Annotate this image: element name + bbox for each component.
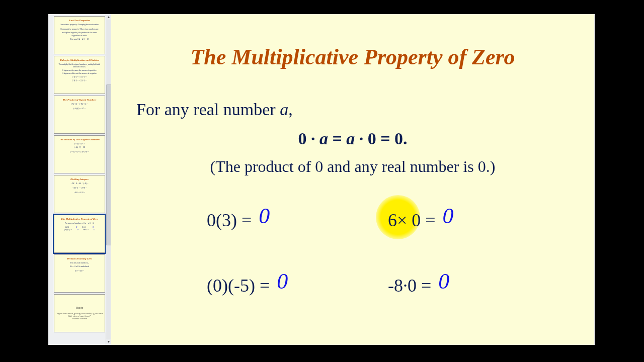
thumbnail-line: (−4)(−7) = 28 (74, 146, 85, 149)
thumbnail-line: (−7)·(−3) = (−2)·(−8) = (70, 151, 89, 153)
thumbnail-line: For any real number a, 0·a = a·0 = 0. (65, 222, 94, 225)
thumbnail-line: Commutative property: When two numbers a… (60, 28, 99, 31)
example-4-answer: 0 (438, 268, 449, 294)
example-3-expr: (0)(-5) = (207, 275, 270, 296)
examples-area: 0(3) = 0 6× 0 = 0 (0)(-5) = 0 -8·0 = 0 (131, 206, 574, 327)
thumbnail-title: Rules for Multiplication and Division (60, 59, 99, 62)
thumbnail-title: The Multiplicative Property of Zero (61, 218, 98, 221)
thumbnail-line: (7)(−3) = (−9)(−5) = (71, 103, 88, 106)
slide-thumbnail-1[interactable]: Last Two PropertiesAssociative property:… (54, 16, 105, 54)
example-2-answer: 0 (443, 203, 454, 229)
slide-thumbnail-5[interactable]: Dividing Integers−24 ÷ 6 = 40 ÷ (−8) =−1… (54, 175, 105, 213)
thumbnail-cell: 0 (77, 228, 78, 231)
slide-lead-text: For any real number a, (136, 100, 574, 119)
thumbnail-title: The Product of Signed Numbers (63, 99, 97, 102)
thumbnail-line: −18/−3 = −27/9 = (72, 187, 87, 190)
slide-thumbnail-8[interactable]: Quote"If you have much, give of your wea… (54, 294, 105, 332)
thumbnail-title: Quote (76, 306, 84, 310)
example-4: -8·0 = 0 (388, 272, 449, 297)
example-3-answer: 0 (277, 268, 288, 294)
lead-suffix: , (288, 100, 293, 119)
thumbnail-line: (−4)(6) = 4·7 = (73, 108, 86, 110)
thumbnail-line: For sum 3·4 = 4·3 = 12 (70, 38, 89, 41)
lead-variable: a (280, 100, 288, 119)
thumbnail-line: −24 ÷ 6 = 40 ÷ (−8) = (70, 183, 88, 185)
current-slide: The Multiplicative Property of Zero For … (111, 14, 594, 345)
thumbnail-line: If signs are the same the answer is posi… (62, 69, 97, 72)
thumbnail-title: Division Involving Zero (67, 257, 92, 260)
thumbnail-row: (0)(-5) =0-8·0 =0 (64, 228, 95, 231)
example-1-expr: 0(3) = (207, 210, 252, 231)
example-1: 0(3) = 0 (207, 206, 270, 232)
slide-thumbnail-3[interactable]: The Product of Signed Numbers(7)(−3) = (… (54, 96, 105, 134)
thumbnail-author: Arabian Proverb (72, 317, 87, 320)
thumbnail-line: multiplied together, the product is the … (62, 32, 97, 34)
slide-stage: The Multiplicative Property of Zero For … (111, 14, 595, 345)
thumbnail-line: If signs are different the answer is neg… (62, 72, 97, 75)
thumbnail-title: The Product of Two Negative Numbers (59, 138, 100, 141)
thumbnail-line: (+)(+)=+ (−)(−)=+ (72, 76, 87, 78)
thumbnail-title: Dividing Integers (70, 178, 89, 181)
thumbnail-line: For any real number a, (70, 262, 89, 264)
lead-prefix: For any real number (136, 100, 280, 119)
thumbnail-line: regardless of order. (72, 35, 88, 37)
thumbnail-line: To multiply/divide signed numbers, multi… (56, 63, 103, 68)
presentation-window: ▲ ▼ Last Two PropertiesAssociative prope… (48, 14, 595, 345)
slide-thumbnail-7[interactable]: Division Involving ZeroFor any real numb… (54, 254, 105, 293)
example-2: 6× 0 = 0 (388, 206, 454, 232)
slide-thumbnail-panel: ▲ ▼ Last Two PropertiesAssociative prope… (48, 14, 111, 345)
slide-title: The Multiplicative Property of Zero (131, 44, 574, 70)
example-3: (0)(-5) = 0 (207, 272, 288, 297)
example-4-expr: -8·0 = (388, 275, 431, 296)
thumbnail-cell: 0 (94, 228, 95, 231)
example-1-answer: 0 (259, 203, 270, 229)
thumbnail-line: 0/a = 0 a/0 is undefined (70, 265, 89, 268)
thumbnail-quote: "If you have much, give of your wealth; … (56, 312, 103, 318)
thumbnail-line: Associative property: Grouping does not … (60, 24, 99, 26)
slide-thumbnail-4[interactable]: The Product of Two Negative Numbers(−5)(… (54, 135, 105, 173)
thumbnail-line: 0/7 = 9/0 = (75, 270, 84, 273)
thumbnail-cell: (0)(-5) = (64, 228, 72, 231)
slide-note: (The product of 0 and any real number is… (131, 157, 574, 176)
thumbnail-line: −4/0 = 0/−6 = (74, 192, 85, 194)
slide-formula: 0 · a = a · 0 = 0. (131, 129, 574, 148)
slide-thumbnail-6[interactable]: The Multiplicative Property of ZeroFor a… (54, 215, 105, 253)
sidebar-scrollbar[interactable]: ▲ ▼ (106, 14, 111, 345)
thumbnail-cell: -8·0 = (83, 228, 89, 231)
thumbnail-line: (−5)(−1) = 5 (74, 143, 85, 145)
slide-thumbnail-2[interactable]: Rules for Multiplication and DivisionTo … (54, 56, 105, 94)
thumbnail-line: (+)(−)=− (−)(+)=− (72, 79, 87, 82)
example-2-expr: 6× 0 = (388, 210, 436, 231)
thumbnail-title: Last Two Properties (69, 19, 90, 22)
